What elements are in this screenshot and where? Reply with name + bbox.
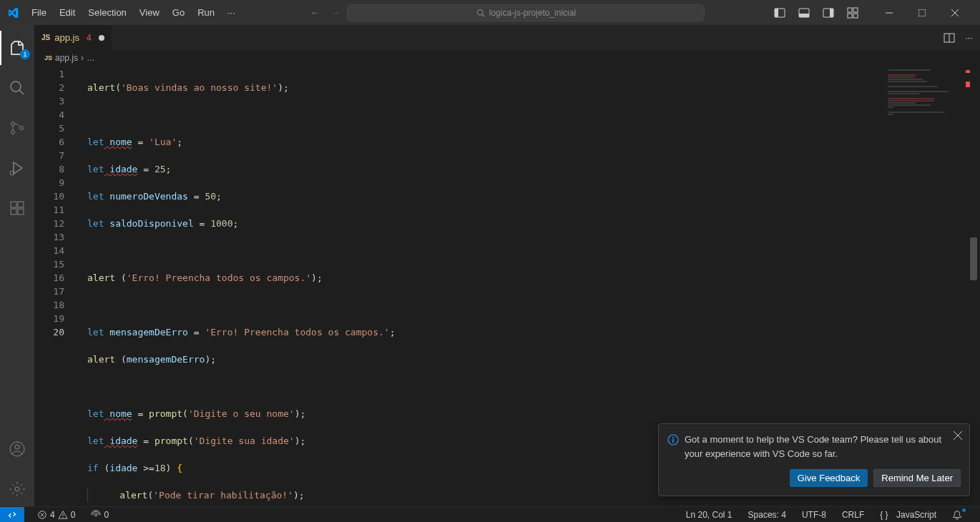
maximize-icon[interactable] (906, 0, 939, 25)
status-problems[interactable]: 4 0 (34, 510, 78, 520)
activity-extensions-icon[interactable] (0, 191, 34, 225)
tab-problem-count: 4 (87, 33, 92, 43)
status-cursor[interactable]: Ln 20, Col 1 (683, 510, 735, 520)
menu-view[interactable]: View (134, 4, 165, 21)
layout-panel-icon[interactable] (798, 7, 810, 19)
line-gutter: 1234567891011121314151617181920 (34, 66, 77, 506)
svg-point-16 (11, 82, 21, 92)
svg-point-20 (20, 127, 24, 130)
svg-point-0 (477, 9, 483, 15)
close-icon[interactable] (939, 0, 971, 25)
js-file-icon: JS (44, 54, 52, 61)
activity-accounts-icon[interactable] (0, 432, 34, 466)
menu-run[interactable]: Run (192, 4, 220, 21)
notification-close-icon[interactable] (954, 431, 962, 440)
command-center[interactable]: logica-js-projeto_inicial (347, 4, 705, 21)
activity-search-icon[interactable] (0, 71, 34, 105)
status-ports[interactable]: 0 (88, 510, 112, 520)
status-encoding[interactable]: UTF-8 (799, 510, 829, 520)
split-editor-icon[interactable] (944, 32, 955, 44)
tab-bar: JS app.js 4 ··· (34, 25, 980, 50)
svg-point-32 (672, 437, 674, 438)
breadcrumb-file: app.js (55, 53, 78, 63)
statusbar: 4 0 0 Ln 20, Col 1 Spaces: 4 UTF-8 CRLF … (0, 506, 980, 522)
nav-back-icon[interactable]: ← (310, 7, 319, 18)
svg-rect-10 (848, 14, 852, 18)
svg-rect-11 (853, 14, 858, 18)
remind-later-button[interactable]: Remind Me Later (873, 469, 961, 487)
titlebar: File Edit Selection View Go Run ··· ← → … (0, 0, 980, 25)
svg-rect-22 (11, 202, 16, 207)
breadcrumb-sep: › (81, 53, 84, 63)
notification-text: Got a moment to help the VS Code team? P… (685, 433, 961, 461)
command-center-text: logica-js-projeto_inicial (489, 8, 576, 18)
activity-debug-icon[interactable] (0, 151, 34, 185)
svg-line-1 (482, 14, 484, 16)
status-language[interactable]: { } JavaScript (877, 510, 939, 520)
breadcrumb[interactable]: JS app.js › … (34, 50, 980, 66)
svg-rect-9 (853, 8, 858, 12)
svg-rect-25 (18, 209, 24, 215)
activity-bar: 1 (0, 25, 34, 506)
activity-settings-icon[interactable] (0, 472, 34, 506)
activity-source-control-icon[interactable] (0, 111, 34, 145)
tab-filename: app.js (54, 32, 79, 43)
remote-indicator-icon[interactable] (0, 507, 24, 523)
menu-file[interactable]: File (26, 4, 52, 21)
explorer-badge: 1 (20, 49, 30, 59)
svg-point-27 (15, 445, 19, 449)
status-eol[interactable]: CRLF (839, 510, 867, 520)
feedback-notification: Got a moment to help the VS Code team? P… (658, 423, 970, 496)
breadcrumb-more: … (87, 53, 95, 63)
status-indent[interactable]: Spaces: 4 (745, 510, 789, 520)
status-bell-icon[interactable] (949, 510, 971, 520)
svg-rect-33 (672, 439, 673, 443)
svg-rect-5 (799, 14, 809, 17)
give-feedback-button[interactable]: Give Feedback (790, 469, 868, 487)
activity-explorer-icon[interactable]: 1 (0, 31, 34, 65)
svg-point-41 (95, 513, 98, 516)
svg-rect-7 (830, 9, 833, 17)
menu-edit[interactable]: Edit (54, 4, 81, 21)
nav-forward-icon[interactable]: → (330, 7, 340, 18)
svg-rect-8 (848, 8, 852, 12)
svg-point-19 (11, 131, 15, 134)
more-actions-icon[interactable]: ··· (965, 32, 973, 43)
layout-customize-icon[interactable] (847, 7, 858, 19)
tab-dirty-icon (99, 35, 104, 41)
menu-more-icon[interactable]: ··· (222, 4, 241, 21)
svg-rect-24 (11, 209, 16, 215)
svg-rect-23 (18, 202, 24, 207)
scroll-handle-icon[interactable] (970, 237, 977, 280)
menu-selection[interactable]: Selection (82, 4, 132, 21)
tab-app-js[interactable]: JS app.js 4 (34, 25, 112, 50)
layout-sidebar-right-icon[interactable] (823, 7, 834, 19)
svg-rect-13 (918, 9, 926, 16)
menu-go[interactable]: Go (167, 4, 190, 21)
js-file-icon: JS (41, 34, 50, 41)
menu-bar: File Edit Selection View Go Run ··· (26, 4, 241, 21)
svg-line-17 (19, 90, 24, 94)
svg-point-40 (62, 516, 63, 517)
layout-sidebar-left-icon[interactable] (774, 7, 785, 19)
svg-point-28 (15, 487, 19, 491)
svg-rect-3 (775, 9, 778, 17)
info-icon (667, 434, 679, 461)
minimize-icon[interactable] (873, 0, 906, 25)
title-center: ← → logica-js-projeto_inicial (244, 4, 771, 21)
svg-point-18 (11, 122, 15, 126)
vscode-logo-icon (6, 6, 20, 20)
